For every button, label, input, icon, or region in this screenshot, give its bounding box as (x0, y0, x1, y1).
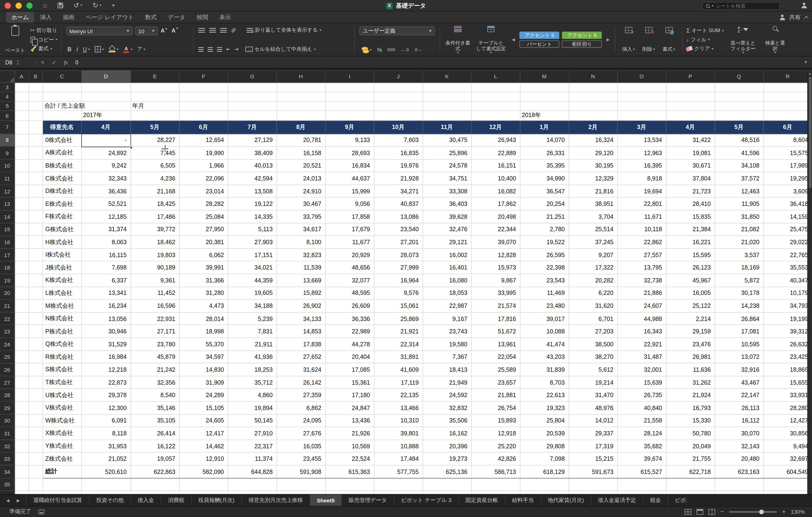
cell-I25[interactable]: 20,404 (325, 350, 374, 363)
cell-H11[interactable]: 24,013 (277, 172, 325, 185)
cell-R19[interactable]: 40,347 (763, 274, 812, 287)
cell-M32[interactable]: 29,808 (520, 440, 569, 452)
cell-O27[interactable]: 15,639 (617, 376, 666, 389)
cell-I23[interactable]: 22,989 (325, 325, 374, 338)
cell-N26[interactable]: 5,612 (569, 363, 617, 376)
font-name-select[interactable]: Meiryo UI (66, 26, 133, 35)
cell-K9[interactable]: 25,896 (423, 146, 471, 159)
row-header-6[interactable]: 6 (0, 110, 14, 120)
name-box-spinner[interactable]: ▲▼ (17, 59, 19, 65)
cell-C10[interactable]: B株式会社 (42, 159, 81, 172)
cell-Q31[interactable]: 30,070 (715, 427, 763, 440)
cell-B14[interactable] (28, 210, 42, 223)
cell-E15[interactable]: 39,772 (130, 223, 179, 236)
cell-B4[interactable] (28, 92, 42, 101)
cell-N19[interactable]: 20,282 (569, 274, 617, 287)
cell-A7[interactable] (14, 120, 28, 134)
cell-N21[interactable]: 31,620 (569, 299, 617, 312)
cell-P26[interactable]: 11,636 (666, 363, 715, 376)
row-header-24[interactable]: 24 (0, 338, 14, 350)
cell-E12[interactable]: 21,168 (130, 185, 179, 197)
cell-K26[interactable]: 18,413 (423, 363, 471, 376)
increase-indent-icon[interactable]: ⇥ (234, 47, 238, 51)
cell-G36[interactable] (228, 491, 277, 494)
cell-K23[interactable]: 23,743 (423, 325, 471, 338)
cell-K24[interactable]: 19,580 (423, 338, 471, 350)
sheet-tab-借入金[interactable]: 借入金 (131, 494, 162, 506)
align-center-icon[interactable] (208, 47, 213, 51)
sheet-tab-退職給付引当金試算[interactable]: 退職給付引当金試算 (26, 494, 89, 506)
cell-O7[interactable]: 3月 (617, 120, 666, 134)
cell-C26[interactable]: S株式会社 (42, 363, 81, 376)
paste-button[interactable]: ペースト (4, 25, 26, 54)
cell-D16[interactable]: 8,063 (81, 236, 130, 248)
cell-Q21[interactable]: 14,238 (715, 299, 763, 312)
clear-button[interactable]: クリア (687, 45, 724, 52)
cell-O8[interactable]: 13,534 (617, 134, 666, 146)
cell-J8[interactable]: 7,603 (374, 134, 423, 146)
keyboard-mode-icon[interactable] (38, 509, 45, 514)
cell-L16[interactable]: 39,070 (471, 236, 520, 248)
cell-J36[interactable] (374, 491, 423, 494)
cell-R33[interactable]: 32,697 (763, 452, 812, 465)
cell-K28[interactable]: 24,592 (423, 389, 471, 401)
cell-L20[interactable]: 33,995 (471, 287, 520, 299)
fill-button[interactable]: ↓フィル (687, 36, 724, 43)
cell-P20[interactable]: 16,005 (666, 287, 715, 299)
cell-D31[interactable]: 8,118 (81, 427, 130, 440)
cell-J29[interactable]: 13,466 (374, 401, 423, 414)
cell-Q36[interactable] (715, 491, 763, 494)
cell-Q13[interactable]: 11,905 (715, 197, 763, 210)
column-header-I[interactable]: I (325, 71, 374, 83)
cell-H30[interactable]: 24,095 (277, 414, 325, 427)
row-header-16[interactable]: 16 (0, 236, 14, 248)
cell-D17[interactable]: 16,115 (81, 248, 130, 261)
cell-F8[interactable]: 12,654 (179, 134, 228, 146)
cell-G29[interactable]: 19,894 (228, 401, 277, 414)
cell-I7[interactable]: 9月 (325, 120, 374, 134)
cell-E11[interactable]: 4,236 (130, 172, 179, 185)
sheet-nav-left-icon[interactable]: ◀ (6, 498, 9, 502)
cell-G15[interactable]: 5,113 (228, 223, 277, 236)
cell-B30[interactable] (28, 414, 42, 427)
number-format-select[interactable]: ユーザー定義 (359, 26, 435, 35)
cell-E27[interactable]: 32,356 (130, 376, 179, 389)
cell-J26[interactable]: 41,609 (374, 363, 423, 376)
row-header-9[interactable]: 9 (0, 146, 14, 159)
cell-O16[interactable]: 22,862 (617, 236, 666, 248)
cell-O34[interactable]: 615,527 (617, 465, 666, 478)
cell-M25[interactable]: 43,203 (520, 350, 569, 363)
cell-K11[interactable]: 34,751 (423, 172, 471, 185)
cell-A28[interactable] (14, 389, 28, 401)
cell-G11[interactable]: 42,594 (228, 172, 277, 185)
cell-E19[interactable]: 9,361 (130, 274, 179, 287)
cell-P28[interactable]: 21,924 (666, 389, 715, 401)
cell-D5[interactable] (81, 101, 130, 110)
cell-A9[interactable] (14, 146, 28, 159)
cell-F9[interactable]: 19,990 (179, 146, 228, 159)
cell-B15[interactable] (28, 223, 42, 236)
comma-format-button[interactable]: 000 (387, 48, 396, 52)
cell-N14[interactable]: 3,704 (569, 210, 617, 223)
sheet-tab-ピボット テーブル 3[interactable]: ピボット テーブル 3 (394, 494, 459, 506)
cell-N32[interactable]: 17,319 (569, 440, 617, 452)
cell-K7[interactable]: 11月 (423, 120, 471, 134)
cell-M29[interactable]: 19,323 (520, 401, 569, 414)
cell-L8[interactable]: 26,943 (471, 134, 520, 146)
cell-I6[interactable] (325, 110, 374, 120)
cell-A8[interactable] (14, 134, 28, 146)
cell-I4[interactable] (325, 92, 374, 101)
row-header-21[interactable]: 21 (0, 299, 14, 312)
cell-M4[interactable] (520, 92, 569, 101)
cell-K21[interactable]: 22,987 (423, 299, 471, 312)
sheet-tab-得意先別月次売上推移[interactable]: 得意先別月次売上推移 (242, 494, 310, 506)
cell-K12[interactable]: 33,308 (423, 185, 471, 197)
cell-O22[interactable]: 44,988 (617, 312, 666, 325)
cell-C27[interactable]: T株式会社 (42, 376, 81, 389)
sheet-tab-税金[interactable]: 税金 (643, 494, 668, 506)
cell-B3[interactable] (28, 82, 42, 92)
cell-H33[interactable]: 23,455 (277, 452, 325, 465)
cell-I27[interactable]: 15,361 (325, 376, 374, 389)
cell-A19[interactable] (14, 274, 28, 287)
cell-style-アクセント 5[interactable]: アクセント 5 (520, 32, 559, 39)
